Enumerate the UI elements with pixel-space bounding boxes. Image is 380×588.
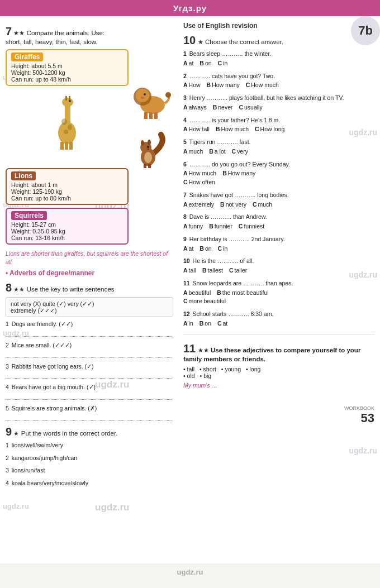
q9-opt-a[interactable]: Aat (183, 245, 193, 252)
q1-opt-c[interactable]: Cin (217, 60, 227, 66)
giraffe-speed: Can run: up to 48 km/h (11, 76, 123, 83)
answer-line-3[interactable] (6, 372, 173, 379)
s8-item-2: 2 Mice are small. (✓✓✓) (6, 341, 173, 358)
s8-item-5: 5 Squirrels are strong animals. (✗) (6, 404, 173, 421)
q5-opt-c[interactable]: Cvery (232, 148, 248, 155)
q7-opt-a[interactable]: Aextremely (183, 201, 214, 208)
q10-opt-b[interactable]: Btallest (202, 267, 223, 274)
q5-options: Amuch Ba lot Cvery (183, 147, 374, 156)
q11-opt-b[interactable]: Bthe most beautiful (217, 289, 268, 296)
q1-options: Aat Bon Cin (183, 59, 374, 68)
section-10-header: 10 ★ Choose the correct answer. (183, 34, 374, 47)
giraffe-image (6, 88, 129, 151)
section-8-header: 8 ★★ Use the key to write sentences (6, 281, 173, 294)
svg-point-26 (147, 149, 149, 150)
q3-opt-b[interactable]: Bnever (213, 104, 233, 111)
q7-opt-c[interactable]: Cmuch (253, 201, 272, 208)
q5-opt-b[interactable]: Ba lot (209, 148, 225, 155)
top-bar: Угдз.ру (0, 0, 380, 16)
giraffe-box: Giraffes Height: about 5.5 m Weight: 500… (6, 49, 129, 86)
key-very: very (✓✓) (68, 300, 94, 307)
svg-rect-3 (65, 96, 67, 101)
answer-line-1[interactable] (6, 330, 173, 337)
question-5: 5 Tigers run ……….. fast. Amuch Ba lot Cv… (183, 138, 374, 156)
q7-opt-b[interactable]: Bnot very (220, 201, 246, 208)
question-8: 8 Dave is ……….. than Andrew. Afunny Bfun… (183, 213, 374, 231)
q4-opt-b[interactable]: BHow much (216, 126, 249, 132)
q2-opt-b[interactable]: BHow many (207, 82, 240, 88)
section-11-stars: ★★ (198, 347, 209, 353)
q9-opt-b[interactable]: Bon (200, 245, 211, 252)
lions-height: Height: about 1 m (11, 181, 123, 188)
svg-point-24 (148, 140, 151, 145)
question-10: 10 He is the ……….. of all. Atall Btalles… (183, 257, 374, 275)
giraffe-title: Giraffes (11, 52, 43, 61)
adj-long: long (246, 366, 260, 372)
s9-item-3: 3 lions/run/fast (6, 466, 173, 475)
workbook-label: WORKBOOK (183, 405, 374, 411)
q10-opt-a[interactable]: Atall (183, 267, 196, 274)
section-7-number: 7 (6, 25, 12, 37)
svg-rect-4 (69, 96, 70, 101)
q4-opt-a[interactable]: AHow tall (183, 126, 210, 132)
q7-options: Aextremely Bnot very Cmuch (183, 200, 374, 209)
q11-options: Abeautiful Bthe most beautiful Cmore bea… (183, 289, 374, 307)
page-number-area: WORKBOOK 53 (183, 405, 374, 426)
question-4: 4 ……….. is your father? He's 1.8 m. AHow… (183, 116, 374, 135)
giraffe-height: Height: about 5.5 m (11, 63, 123, 69)
use-english-header: Use of English revision (183, 22, 374, 30)
answer-line-5[interactable] (6, 414, 173, 421)
q6-opt-c[interactable]: CHow often (183, 179, 215, 185)
q10-opt-c[interactable]: Ctaller (229, 267, 247, 274)
svg-point-25 (147, 146, 149, 148)
section-11-number: 11 (183, 342, 196, 355)
q1-opt-a[interactable]: Aat (183, 60, 193, 66)
q11-opt-c[interactable]: Cmore beautiful (183, 298, 226, 304)
question-9: 9 Her birthday is ……….. 2nd January. Aat… (183, 235, 374, 254)
adj-short: short (200, 366, 216, 372)
section-11: 11 ★★ Use these adjectives to compare yo… (183, 334, 374, 389)
key-box: not very (X) quite (✓) very (✓✓) extreme… (6, 297, 173, 317)
q1-opt-b[interactable]: Bon (200, 60, 211, 66)
section-11-adjectives: tall short young long old big (183, 366, 374, 379)
svg-point-8 (61, 118, 67, 125)
svg-point-27 (144, 152, 152, 163)
squirrel-image (136, 132, 167, 170)
q2-opt-c[interactable]: CHow much (246, 82, 279, 88)
q3-opt-c[interactable]: Cusually (239, 104, 262, 111)
section-10-number: 10 (183, 34, 196, 46)
page-number: 53 (183, 411, 374, 426)
q11-opt-a[interactable]: Abeautiful (183, 289, 211, 296)
q8-opt-a[interactable]: Afunny (183, 223, 203, 230)
q8-opt-b[interactable]: Bfunnier (209, 223, 232, 230)
svg-point-14 (136, 89, 149, 102)
section-9-header: 9 ★ Put the words in the correct order. (6, 426, 173, 438)
q9-opt-c[interactable]: Cin (217, 245, 227, 252)
svg-point-23 (141, 140, 144, 146)
section-8-number: 8 (6, 281, 12, 294)
section-9-instruction: Put the words in the correct order. (21, 430, 118, 437)
answer-line-2[interactable] (6, 351, 173, 358)
page-content: 7b ugdz.ru ugdz.ru ugdz.ru ugdz.ru ugdz.… (0, 16, 380, 563)
svg-point-9 (68, 125, 72, 130)
svg-point-10 (64, 130, 68, 134)
q4-opt-c[interactable]: CHow long (255, 126, 284, 132)
q3-options: Aalways Bnever Cusually (183, 103, 374, 112)
q12-opt-c[interactable]: Cat (217, 320, 227, 327)
q8-opt-c[interactable]: Cfunniest (239, 223, 264, 230)
q6-opt-b[interactable]: BHow many (222, 170, 255, 176)
q12-opt-a[interactable]: Ain (183, 320, 193, 327)
q12-opt-b[interactable]: Bon (200, 320, 211, 327)
question-7: 7 Snakes have got ……….. long bodies. Aex… (183, 191, 374, 209)
q5-opt-a[interactable]: Amuch (183, 148, 203, 155)
q6-opt-a[interactable]: AHow much (183, 170, 216, 176)
q2-opt-a[interactable]: AHow (183, 82, 201, 88)
q3-opt-a[interactable]: Aalways (183, 104, 207, 111)
svg-rect-29 (148, 164, 151, 168)
adj-old: old (183, 372, 195, 379)
q6-options: AHow much BHow many CHow often (183, 169, 374, 187)
squirrels-speed: Can run: 13-16 km/h (11, 235, 123, 241)
squirrels-height: Height: 15-27 cm (11, 221, 123, 228)
answer-line-4[interactable] (6, 393, 173, 400)
use-english-title: Use of English revision (183, 22, 258, 30)
